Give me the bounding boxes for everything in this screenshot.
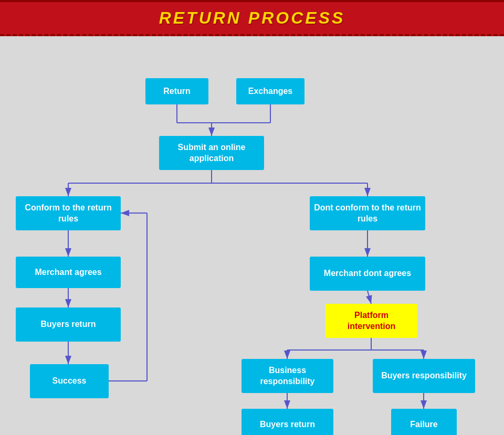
conform-box: Conform to the return rules — [16, 196, 121, 230]
failure-box: Failure — [391, 409, 457, 435]
page: RETURN PROCESS — [0, 0, 504, 435]
exchanges-box: Exchanges — [236, 78, 304, 104]
svg-line-16 — [368, 291, 371, 304]
submit-box: Submit an online application — [159, 136, 264, 170]
header: RETURN PROCESS — [0, 0, 504, 36]
not-conform-box: Dont conform to the return rules — [310, 196, 425, 230]
flowchart: Return Exchanges Submit an online applic… — [0, 36, 504, 435]
platform-box: Platform intervention — [326, 304, 417, 338]
merchant-agrees-box: Merchant agrees — [16, 257, 121, 288]
return-box: Return — [145, 78, 208, 104]
success-box: Success — [30, 364, 109, 398]
page-title: RETURN PROCESS — [0, 8, 504, 28]
buyers-resp-box: Buyers responsibility — [373, 359, 475, 393]
buyers-return-left-box: Buyers return — [16, 307, 121, 342]
buyers-return-right-box: Buyers return — [242, 409, 333, 435]
merchant-dont-box: Merchant dont agrees — [310, 257, 425, 291]
business-resp-box: Business responsibility — [242, 359, 333, 393]
